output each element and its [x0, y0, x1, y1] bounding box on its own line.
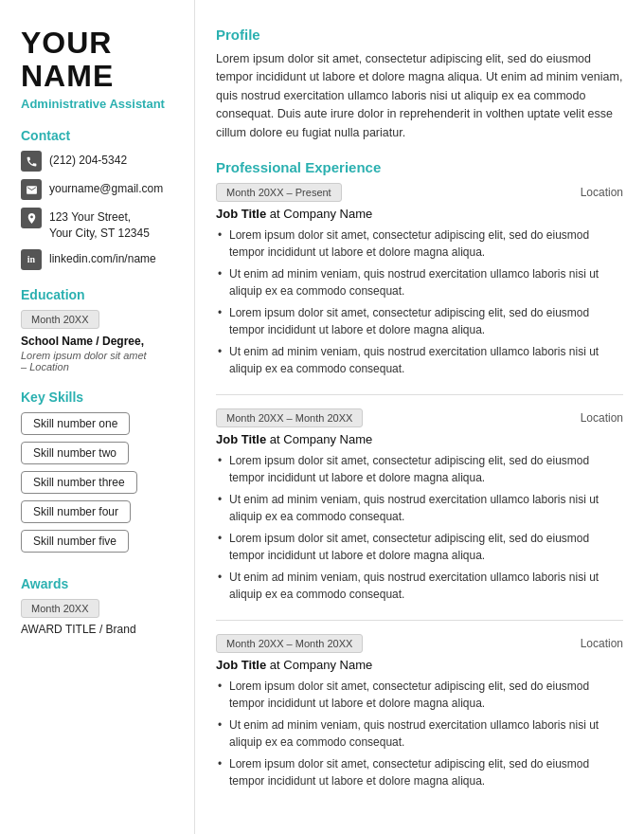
divider-2: [216, 620, 623, 621]
experience-1: Month 20XX – Present Location Job Title …: [216, 183, 623, 377]
bullet: Ut enim ad minim veniam, quis nostrud ex…: [216, 265, 623, 299]
education-date: Month 20XX: [21, 310, 99, 329]
contact-phone: (212) 204-5342: [21, 151, 177, 172]
linkedin-text: linkedin.com/in/name: [49, 249, 156, 267]
bullet: Lorem ipsum dolor sit amet, consectetur …: [216, 530, 623, 564]
exp-2-bullets: Lorem ipsum dolor sit amet, consectetur …: [216, 452, 623, 603]
contact-email: yourname@gmail.com: [21, 179, 177, 200]
bullet: Lorem ipsum dolor sit amet, consectetur …: [216, 452, 623, 486]
exp-2-header: Month 20XX – Month 20XX Location: [216, 408, 623, 427]
full-name: YOUR NAME: [21, 27, 177, 93]
exp-1-title: Job Title at Company Name: [216, 207, 623, 221]
job-title: Administrative Assistant: [21, 97, 177, 111]
experience-heading: Professional Experience: [216, 159, 623, 175]
bullet: Ut enim ad minim veniam, quis nostrud ex…: [216, 569, 623, 603]
linkedin-icon: in: [21, 249, 42, 270]
contact-heading: Contact: [21, 128, 177, 143]
exp-1-header: Month 20XX – Present Location: [216, 183, 623, 202]
skill-5[interactable]: Skill number five: [21, 530, 129, 553]
bullet: Lorem ipsum dolor sit amet, consectetur …: [216, 304, 623, 338]
skill-2[interactable]: Skill number two: [21, 442, 129, 464]
skill-1[interactable]: Skill number one: [21, 412, 130, 435]
experience-2: Month 20XX – Month 20XX Location Job Tit…: [216, 408, 623, 603]
exp-3-header: Month 20XX – Month 20XX Location: [216, 634, 623, 653]
exp-3-title: Job Title at Company Name: [216, 658, 623, 672]
experience-3: Month 20XX – Month 20XX Location Job Tit…: [216, 634, 623, 789]
contact-address: 123 Your Street,Your City, ST 12345: [21, 208, 177, 242]
profile-heading: Profile: [216, 27, 623, 43]
skill-3[interactable]: Skill number three: [21, 471, 137, 494]
exp-2-location: Location: [581, 411, 623, 425]
exp-3-date: Month 20XX – Month 20XX: [216, 634, 363, 653]
skill-4[interactable]: Skill number four: [21, 500, 131, 523]
exp-1-date: Month 20XX – Present: [216, 183, 342, 202]
address-text: 123 Your Street,Your City, ST 12345: [49, 208, 150, 242]
divider-1: [216, 394, 623, 395]
bullet: Ut enim ad minim veniam, quis nostrud ex…: [216, 491, 623, 525]
skills-list: Skill number one Skill number two Skill …: [21, 412, 177, 559]
bullet: Lorem ipsum dolor sit amet, consectetur …: [216, 227, 623, 261]
bullet: Lorem ipsum dolor sit amet, consectetur …: [216, 755, 623, 789]
email-text: yourname@gmail.com: [49, 179, 163, 197]
phone-icon: [21, 151, 42, 172]
sidebar: YOUR NAME Administrative Assistant Conta…: [0, 0, 194, 834]
name-block: YOUR NAME Administrative Assistant: [21, 27, 177, 111]
skills-heading: Key Skills: [21, 390, 177, 405]
exp-3-location: Location: [581, 637, 623, 650]
main-content: Profile Lorem ipsum dolor sit amet, cons…: [194, 0, 644, 834]
awards-heading: Awards: [21, 576, 177, 591]
exp-2-title: Job Title at Company Name: [216, 432, 623, 446]
exp-2-date: Month 20XX – Month 20XX: [216, 408, 363, 427]
contact-linkedin: in linkedin.com/in/name: [21, 249, 177, 270]
education-heading: Education: [21, 287, 177, 302]
location-icon: [21, 208, 42, 228]
phone-text: (212) 204-5342: [49, 151, 127, 169]
award-title: AWARD TITLE / Brand: [21, 623, 177, 636]
exp-1-bullets: Lorem ipsum dolor sit amet, consectetur …: [216, 227, 623, 377]
profile-text: Lorem ipsum dolor sit amet, consectetur …: [216, 50, 623, 142]
education-detail: Lorem ipsum dolor sit amet– Location: [21, 350, 177, 372]
bullet: Ut enim ad minim veniam, quis nostrud ex…: [216, 716, 623, 751]
bullet: Lorem ipsum dolor sit amet, consectetur …: [216, 678, 623, 712]
email-icon: [21, 179, 42, 200]
resume-container: YOUR NAME Administrative Assistant Conta…: [0, 0, 644, 834]
exp-1-location: Location: [581, 186, 623, 199]
exp-3-bullets: Lorem ipsum dolor sit amet, consectetur …: [216, 678, 623, 789]
bullet: Ut enim ad minim veniam, quis nostrud ex…: [216, 343, 623, 377]
award-date: Month 20XX: [21, 599, 99, 618]
education-school: School Name / Degree,: [21, 335, 177, 348]
